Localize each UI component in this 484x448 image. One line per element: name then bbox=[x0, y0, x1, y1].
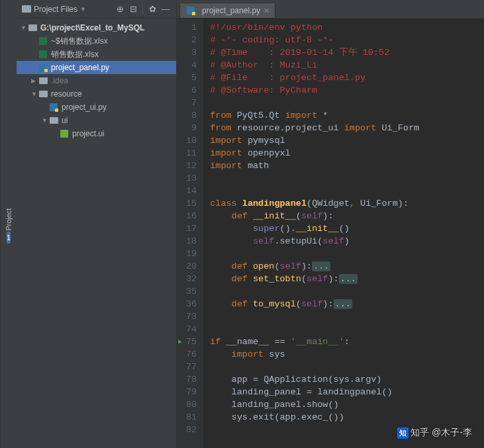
tree-arrow-icon: ▶ bbox=[31, 77, 38, 84]
hide-icon[interactable]: — bbox=[160, 4, 171, 15]
collapse-icon[interactable]: ⊟ bbox=[128, 4, 138, 15]
tree-item[interactable]: ▼ui bbox=[17, 114, 176, 127]
code-line[interactable]: def set_tobtn(self):... bbox=[210, 273, 484, 285]
code-line[interactable]: sys.exit(app.exec_()) bbox=[210, 411, 484, 424]
line-number: 76 bbox=[186, 348, 197, 361]
code-line[interactable]: # @Time : 2019-01-14 下午 10:52 bbox=[210, 46, 484, 59]
code-line[interactable]: # @Author : Muzi_Li bbox=[210, 59, 484, 71]
code-line[interactable] bbox=[210, 97, 484, 109]
python-file-icon bbox=[185, 6, 196, 15]
line-number: 2 bbox=[186, 34, 197, 46]
uifile-icon bbox=[59, 129, 70, 138]
code-line[interactable]: class landingpanel(QWidget, Ui_Form): bbox=[210, 197, 484, 210]
tree-arrow-icon: ▼ bbox=[21, 24, 27, 31]
code-line[interactable]: import pymysql bbox=[210, 134, 484, 147]
tree-item-label: 销售数据.xlsx bbox=[51, 49, 99, 60]
tree-item[interactable]: 销售数据.xlsx bbox=[17, 48, 176, 61]
gear-icon[interactable]: ✿ bbox=[147, 4, 158, 15]
panel-title[interactable]: Project Files ▼ bbox=[22, 5, 112, 14]
line-gutter: 1234567891011121314151617181920323536737… bbox=[177, 19, 203, 448]
pyfile-icon bbox=[48, 103, 59, 112]
line-number: 12 bbox=[186, 159, 197, 172]
tree-item[interactable]: project.ui bbox=[17, 127, 176, 140]
run-gutter-icon[interactable]: ▶ bbox=[178, 336, 182, 348]
line-number: 10 bbox=[186, 134, 197, 147]
watermark: 知知乎 @木子-李 bbox=[397, 427, 472, 439]
project-panel-header: Project Files ▼ ⊕ ⊟ ✿ — bbox=[17, 0, 176, 19]
code-line[interactable]: import openpyxl bbox=[210, 147, 484, 159]
line-number: 32 bbox=[186, 273, 197, 285]
code-line[interactable]: def __init__(self): bbox=[210, 210, 484, 222]
line-number: 18 bbox=[186, 235, 197, 247]
line-number: 77 bbox=[186, 361, 197, 373]
tree-item[interactable]: project_panel.py bbox=[17, 61, 176, 74]
code-line[interactable]: def open(self):... bbox=[210, 260, 484, 273]
close-icon[interactable]: ✕ bbox=[264, 7, 269, 15]
xlsx-icon bbox=[38, 36, 48, 46]
code-line[interactable]: def to_mysql(self):... bbox=[210, 298, 484, 310]
code-line[interactable]: super().__init__() bbox=[210, 222, 484, 235]
code-line[interactable] bbox=[210, 247, 484, 260]
code-area[interactable]: #!/usr/bin/env python# -*- coding: utf-8… bbox=[203, 19, 484, 448]
code-line[interactable] bbox=[210, 361, 484, 373]
code-line[interactable]: self.setupUi(self) bbox=[210, 235, 484, 247]
tree-item[interactable]: ▼G:\project\Excel_to_MySQL bbox=[17, 21, 176, 34]
tree-arrow-icon: ▼ bbox=[31, 91, 38, 97]
code-line[interactable]: import math bbox=[210, 159, 484, 172]
divider bbox=[142, 4, 143, 15]
editor-tabs: project_panel.py ✕ bbox=[177, 0, 484, 19]
locate-icon[interactable]: ⊕ bbox=[115, 4, 125, 15]
code-line[interactable]: landing_panel.show() bbox=[210, 398, 484, 411]
tree-item-label: resource bbox=[51, 89, 82, 99]
line-number: 73 bbox=[186, 310, 197, 323]
tree-item-label: ~$销售数据.xlsx bbox=[51, 36, 108, 47]
tree-item-label: project_panel.py bbox=[51, 63, 109, 72]
tree-item[interactable]: project_ui.py bbox=[17, 101, 176, 114]
code-line[interactable]: from resource.project_ui import Ui_Form bbox=[210, 122, 484, 134]
code-line[interactable]: if __name__ == '__main__': bbox=[210, 336, 484, 348]
line-number: 17 bbox=[186, 222, 197, 235]
tree-item-label: ui bbox=[62, 116, 68, 125]
code-editor[interactable]: 1234567891011121314151617181920323536737… bbox=[177, 19, 484, 448]
code-line[interactable] bbox=[210, 310, 484, 323]
code-line[interactable]: from PyQt5.Qt import * bbox=[210, 109, 484, 122]
pyfile-icon bbox=[38, 63, 48, 72]
code-line[interactable]: # @Software: PyCharm bbox=[210, 84, 484, 97]
tree-item-label: project.ui bbox=[72, 129, 105, 138]
code-line[interactable]: # -*- coding: utf-8 -*- bbox=[210, 34, 484, 46]
code-line[interactable] bbox=[210, 285, 484, 298]
code-line[interactable]: landing_panel = landingpanel() bbox=[210, 386, 484, 398]
zhihu-logo-icon: 知 bbox=[397, 427, 409, 439]
code-line[interactable] bbox=[210, 323, 484, 336]
line-number: 8 bbox=[186, 109, 197, 122]
line-number: 9 bbox=[186, 122, 197, 134]
code-line[interactable] bbox=[210, 172, 484, 185]
code-line[interactable]: import sys bbox=[210, 348, 484, 361]
project-tool-tab[interactable]: 1 Project bbox=[0, 0, 17, 448]
tree-item[interactable]: ▼resource bbox=[17, 87, 176, 101]
tree-item[interactable]: ~$销售数据.xlsx bbox=[17, 34, 176, 48]
line-number: 5 bbox=[186, 71, 197, 84]
line-number: 79 bbox=[186, 386, 197, 398]
code-line[interactable]: # @File : project_panel.py bbox=[210, 71, 484, 84]
line-number: 1 bbox=[186, 21, 197, 34]
line-number: 3 bbox=[186, 46, 197, 59]
line-number: 15 bbox=[186, 197, 197, 210]
folder-icon bbox=[38, 76, 48, 85]
tree-arrow-icon: ▼ bbox=[42, 117, 48, 124]
line-number: 82 bbox=[186, 424, 197, 436]
tree-item-label: G:\project\Excel_to_MySQL bbox=[40, 23, 144, 32]
tree-item-label: .idea bbox=[51, 76, 68, 85]
code-line[interactable] bbox=[210, 185, 484, 197]
line-number: 35 bbox=[186, 285, 197, 298]
line-number: 81 bbox=[186, 411, 197, 424]
line-number: 4 bbox=[186, 59, 197, 71]
line-number: 11 bbox=[186, 147, 197, 159]
line-number: 7 bbox=[186, 97, 197, 109]
line-number: 13 bbox=[186, 172, 197, 185]
code-line[interactable]: #!/usr/bin/env python bbox=[210, 21, 484, 34]
code-line[interactable]: app = QApplication(sys.argv) bbox=[210, 373, 484, 386]
tree-item[interactable]: ▶.idea bbox=[17, 74, 176, 87]
xlsx-icon bbox=[38, 50, 48, 59]
editor-tab[interactable]: project_panel.py ✕ bbox=[179, 3, 275, 19]
